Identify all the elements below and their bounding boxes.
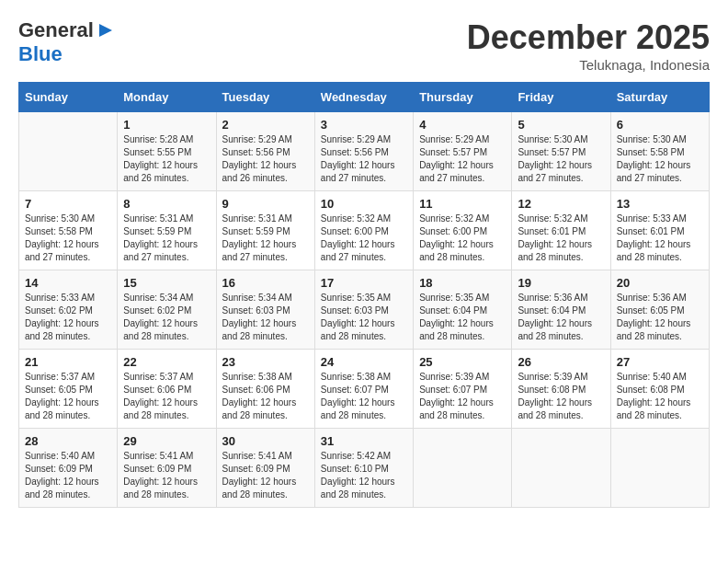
cell-info: Sunrise: 5:40 AM Sunset: 6:08 PM Dayligh… bbox=[617, 371, 703, 422]
header-cell-thursday: Thursday bbox=[414, 83, 512, 112]
calendar-cell: 16Sunrise: 5:34 AM Sunset: 6:03 PM Dayli… bbox=[216, 270, 314, 350]
cell-info: Sunrise: 5:34 AM Sunset: 6:03 PM Dayligh… bbox=[222, 292, 309, 343]
day-number: 26 bbox=[518, 355, 604, 369]
day-number: 10 bbox=[321, 197, 407, 211]
calendar-cell: 18Sunrise: 5:35 AM Sunset: 6:04 PM Dayli… bbox=[414, 270, 512, 350]
cell-info: Sunrise: 5:35 AM Sunset: 6:03 PM Dayligh… bbox=[321, 292, 407, 343]
day-number: 16 bbox=[222, 276, 309, 290]
calendar-cell: 3Sunrise: 5:29 AM Sunset: 5:56 PM Daylig… bbox=[314, 112, 413, 191]
day-number: 24 bbox=[321, 355, 407, 369]
calendar-cell: 10Sunrise: 5:32 AM Sunset: 6:00 PM Dayli… bbox=[314, 191, 413, 270]
cell-info: Sunrise: 5:32 AM Sunset: 6:00 PM Dayligh… bbox=[321, 213, 407, 264]
week-row-2: 7Sunrise: 5:30 AM Sunset: 5:58 PM Daylig… bbox=[19, 191, 710, 270]
cell-info: Sunrise: 5:36 AM Sunset: 6:04 PM Dayligh… bbox=[518, 292, 604, 343]
day-number: 17 bbox=[321, 276, 407, 290]
cell-info: Sunrise: 5:41 AM Sunset: 6:09 PM Dayligh… bbox=[222, 450, 309, 501]
calendar-cell: 21Sunrise: 5:37 AM Sunset: 6:05 PM Dayli… bbox=[19, 350, 118, 429]
day-number: 20 bbox=[617, 276, 703, 290]
calendar-cell bbox=[610, 429, 709, 508]
day-number: 9 bbox=[222, 197, 309, 211]
logo-blue-text: Blue bbox=[18, 42, 63, 65]
calendar-cell: 9Sunrise: 5:31 AM Sunset: 5:59 PM Daylig… bbox=[216, 191, 314, 270]
location-subtitle: Teluknaga, Indonesia bbox=[467, 57, 710, 73]
calendar-cell: 29Sunrise: 5:41 AM Sunset: 6:09 PM Dayli… bbox=[118, 429, 216, 508]
cell-info: Sunrise: 5:38 AM Sunset: 6:07 PM Dayligh… bbox=[321, 371, 407, 422]
cell-info: Sunrise: 5:36 AM Sunset: 6:05 PM Dayligh… bbox=[617, 292, 703, 343]
header-cell-sunday: Sunday bbox=[19, 83, 118, 112]
calendar-cell: 4Sunrise: 5:29 AM Sunset: 5:57 PM Daylig… bbox=[414, 112, 512, 191]
day-number: 21 bbox=[25, 355, 111, 369]
calendar-cell bbox=[414, 429, 512, 508]
calendar-cell: 20Sunrise: 5:36 AM Sunset: 6:05 PM Dayli… bbox=[610, 270, 709, 350]
cell-info: Sunrise: 5:35 AM Sunset: 6:04 PM Dayligh… bbox=[419, 292, 506, 343]
header-cell-wednesday: Wednesday bbox=[314, 83, 413, 112]
day-number: 22 bbox=[123, 355, 210, 369]
calendar-cell: 2Sunrise: 5:29 AM Sunset: 5:56 PM Daylig… bbox=[216, 112, 314, 191]
day-number: 2 bbox=[222, 118, 309, 132]
calendar-cell: 7Sunrise: 5:30 AM Sunset: 5:58 PM Daylig… bbox=[19, 191, 118, 270]
header-row: SundayMondayTuesdayWednesdayThursdayFrid… bbox=[19, 83, 710, 112]
cell-info: Sunrise: 5:39 AM Sunset: 6:08 PM Dayligh… bbox=[518, 371, 604, 422]
calendar-cell: 14Sunrise: 5:33 AM Sunset: 6:02 PM Dayli… bbox=[19, 270, 118, 350]
day-number: 6 bbox=[617, 118, 703, 132]
calendar-cell: 19Sunrise: 5:36 AM Sunset: 6:04 PM Dayli… bbox=[512, 270, 610, 350]
day-number: 14 bbox=[25, 276, 111, 290]
calendar-cell bbox=[512, 429, 610, 508]
cell-info: Sunrise: 5:40 AM Sunset: 6:09 PM Dayligh… bbox=[25, 450, 111, 501]
cell-info: Sunrise: 5:38 AM Sunset: 6:06 PM Dayligh… bbox=[222, 371, 309, 422]
cell-info: Sunrise: 5:28 AM Sunset: 5:55 PM Dayligh… bbox=[123, 133, 210, 185]
calendar-cell: 1Sunrise: 5:28 AM Sunset: 5:55 PM Daylig… bbox=[118, 112, 216, 191]
calendar-cell: 30Sunrise: 5:41 AM Sunset: 6:09 PM Dayli… bbox=[216, 429, 314, 508]
day-number: 30 bbox=[222, 434, 309, 448]
day-number: 1 bbox=[123, 118, 210, 132]
day-number: 7 bbox=[25, 197, 111, 211]
cell-info: Sunrise: 5:30 AM Sunset: 5:58 PM Dayligh… bbox=[25, 213, 111, 264]
cell-info: Sunrise: 5:37 AM Sunset: 6:06 PM Dayligh… bbox=[123, 371, 210, 422]
day-number: 31 bbox=[321, 434, 407, 448]
day-number: 4 bbox=[419, 118, 506, 132]
header-cell-friday: Friday bbox=[512, 83, 610, 112]
calendar-cell: 26Sunrise: 5:39 AM Sunset: 6:08 PM Dayli… bbox=[512, 350, 610, 429]
logo: General Blue bbox=[18, 18, 116, 66]
calendar-cell: 25Sunrise: 5:39 AM Sunset: 6:07 PM Dayli… bbox=[414, 350, 512, 429]
logo-arrow-icon bbox=[96, 20, 116, 40]
calendar-cell: 15Sunrise: 5:34 AM Sunset: 6:02 PM Dayli… bbox=[118, 270, 216, 350]
day-number: 18 bbox=[419, 276, 506, 290]
cell-info: Sunrise: 5:33 AM Sunset: 6:02 PM Dayligh… bbox=[25, 292, 111, 343]
cell-info: Sunrise: 5:32 AM Sunset: 6:01 PM Dayligh… bbox=[518, 213, 604, 264]
cell-info: Sunrise: 5:29 AM Sunset: 5:56 PM Dayligh… bbox=[222, 133, 309, 185]
header-cell-tuesday: Tuesday bbox=[216, 83, 314, 112]
cell-info: Sunrise: 5:31 AM Sunset: 5:59 PM Dayligh… bbox=[123, 213, 210, 264]
week-row-4: 21Sunrise: 5:37 AM Sunset: 6:05 PM Dayli… bbox=[19, 350, 710, 429]
calendar-cell: 8Sunrise: 5:31 AM Sunset: 5:59 PM Daylig… bbox=[118, 191, 216, 270]
cell-info: Sunrise: 5:42 AM Sunset: 6:10 PM Dayligh… bbox=[321, 450, 407, 501]
cell-info: Sunrise: 5:31 AM Sunset: 5:59 PM Dayligh… bbox=[222, 213, 309, 264]
day-number: 3 bbox=[321, 118, 407, 132]
cell-info: Sunrise: 5:32 AM Sunset: 6:00 PM Dayligh… bbox=[419, 213, 506, 264]
cell-info: Sunrise: 5:30 AM Sunset: 5:58 PM Dayligh… bbox=[617, 133, 703, 185]
page-header: General Blue December 2025 Teluknaga, In… bbox=[18, 18, 710, 73]
calendar-cell: 22Sunrise: 5:37 AM Sunset: 6:06 PM Dayli… bbox=[118, 350, 216, 429]
calendar-cell: 24Sunrise: 5:38 AM Sunset: 6:07 PM Dayli… bbox=[314, 350, 413, 429]
logo-general-text: General bbox=[18, 18, 94, 42]
header-cell-monday: Monday bbox=[118, 83, 216, 112]
svg-marker-0 bbox=[99, 24, 112, 37]
month-title: December 2025 bbox=[467, 18, 710, 57]
calendar-cell: 11Sunrise: 5:32 AM Sunset: 6:00 PM Dayli… bbox=[414, 191, 512, 270]
cell-info: Sunrise: 5:30 AM Sunset: 5:57 PM Dayligh… bbox=[518, 133, 604, 185]
cell-info: Sunrise: 5:39 AM Sunset: 6:07 PM Dayligh… bbox=[419, 371, 506, 422]
header-cell-saturday: Saturday bbox=[610, 83, 709, 112]
day-number: 19 bbox=[518, 276, 604, 290]
cell-info: Sunrise: 5:33 AM Sunset: 6:01 PM Dayligh… bbox=[617, 213, 703, 264]
calendar-cell: 27Sunrise: 5:40 AM Sunset: 6:08 PM Dayli… bbox=[610, 350, 709, 429]
day-number: 11 bbox=[419, 197, 506, 211]
calendar-cell bbox=[19, 112, 118, 191]
day-number: 28 bbox=[25, 434, 111, 448]
week-row-5: 28Sunrise: 5:40 AM Sunset: 6:09 PM Dayli… bbox=[19, 429, 710, 508]
cell-info: Sunrise: 5:29 AM Sunset: 5:56 PM Dayligh… bbox=[321, 133, 407, 185]
day-number: 27 bbox=[617, 355, 703, 369]
day-number: 12 bbox=[518, 197, 604, 211]
title-area: December 2025 Teluknaga, Indonesia bbox=[467, 18, 710, 73]
calendar-cell: 6Sunrise: 5:30 AM Sunset: 5:58 PM Daylig… bbox=[610, 112, 709, 191]
day-number: 23 bbox=[222, 355, 309, 369]
